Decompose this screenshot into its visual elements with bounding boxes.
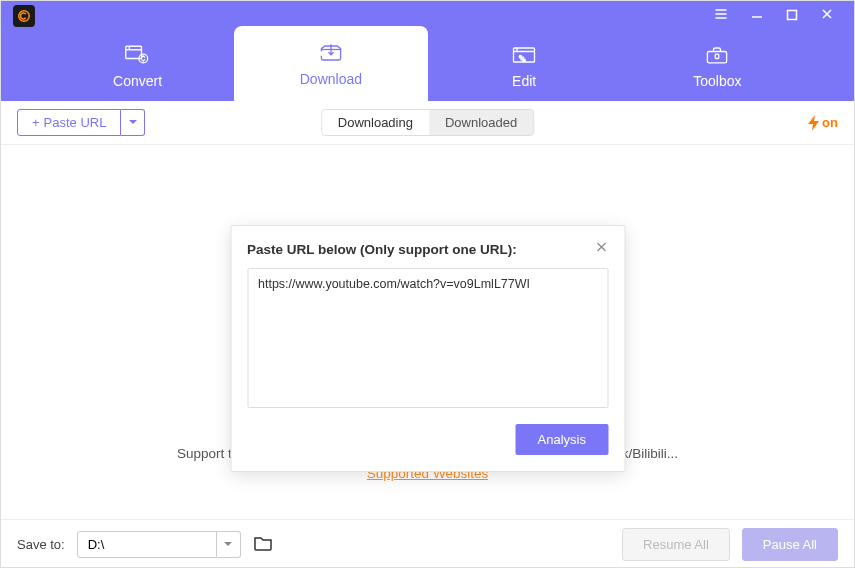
analysis-button[interactable]: Analysis <box>516 424 608 455</box>
tab-edit[interactable]: Edit <box>428 31 621 101</box>
dialog-close-button[interactable] <box>594 240 608 258</box>
tab-toolbox[interactable]: Toolbox <box>621 31 814 101</box>
quick-mode-badge[interactable]: on <box>808 115 838 131</box>
url-input[interactable] <box>247 268 608 408</box>
tab-download-label: Download <box>300 71 362 87</box>
svg-rect-7 <box>708 52 727 63</box>
close-icon[interactable] <box>820 7 834 25</box>
quick-badge-text: on <box>822 115 838 130</box>
tab-edit-label: Edit <box>512 73 536 89</box>
menu-icon[interactable] <box>714 7 728 25</box>
segment-downloading[interactable]: Downloading <box>322 110 429 135</box>
svg-point-6 <box>523 59 526 62</box>
svg-rect-1 <box>788 11 797 20</box>
paste-url-label: Paste URL <box>44 115 107 130</box>
save-path-select[interactable]: D:\ <box>77 531 217 558</box>
tab-download[interactable]: Download <box>234 26 427 101</box>
segment-downloaded[interactable]: Downloaded <box>429 110 533 135</box>
tab-toolbox-label: Toolbox <box>693 73 741 89</box>
resume-all-button[interactable]: Resume All <box>622 528 730 561</box>
plus-icon: + <box>32 115 40 130</box>
tab-convert[interactable]: Convert <box>41 31 234 101</box>
paste-url-dropdown[interactable] <box>121 109 145 136</box>
maximize-icon[interactable] <box>786 7 798 25</box>
save-path-dropdown[interactable] <box>217 531 241 558</box>
paste-url-dialog: Paste URL below (Only support one URL): … <box>230 225 625 472</box>
pause-all-button[interactable]: Pause All <box>742 528 838 561</box>
paste-url-button[interactable]: + Paste URL <box>17 109 121 136</box>
dialog-title: Paste URL below (Only support one URL): <box>247 242 517 257</box>
app-logo <box>13 5 35 27</box>
svg-rect-8 <box>716 54 720 58</box>
save-to-label: Save to: <box>17 537 65 552</box>
minimize-icon[interactable] <box>750 7 764 25</box>
open-folder-button[interactable] <box>253 535 273 555</box>
svg-point-5 <box>519 55 522 58</box>
tab-convert-label: Convert <box>113 73 162 89</box>
